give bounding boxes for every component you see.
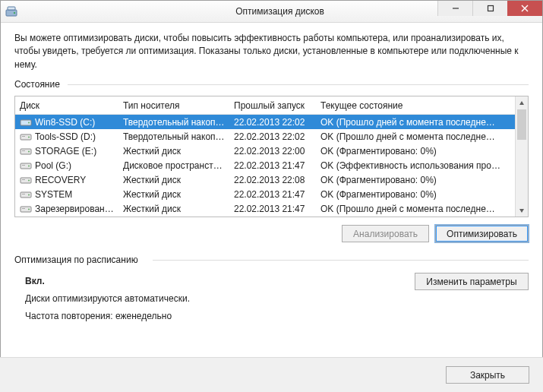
drive-icon [20,147,32,156]
minimize-button[interactable] [437,1,472,16]
drive-status: OK (Прошло дней с момента последне… [316,117,515,128]
svg-point-23 [28,194,30,195]
column-header-status[interactable]: Текущее состояние [316,100,515,111]
svg-rect-27 [22,208,25,209]
change-settings-button[interactable]: Изменить параметры [415,273,529,290]
schedule-section-label: Оптимизация по расписанию [14,254,529,265]
drive-name: RECOVERY [35,175,86,185]
window-controls [437,1,542,16]
state-section-label: Состояние [14,79,529,90]
drive-status: OK (Фрагментировано: 0%) [316,175,515,185]
svg-point-1 [14,12,15,14]
drive-icon [20,190,32,199]
column-header-disk[interactable]: Диск [15,100,118,111]
table-row[interactable]: STORAGE (E:)Жесткий диск22.02.2013 22:00… [15,144,515,158]
drive-lastrun: 22.02.2013 21:47 [229,189,316,200]
svg-rect-21 [22,179,25,180]
svg-point-20 [28,179,30,181]
list-header: Диск Тип носителя Прошлый запуск Текущее… [15,96,515,115]
optimize-button[interactable]: Оптимизировать [435,225,529,242]
drive-lastrun: 22.02.2013 22:02 [229,117,316,128]
drive-name: Зарезервирован… [35,204,114,214]
svg-rect-9 [22,122,25,122]
scroll-thumb[interactable] [517,109,526,140]
drive-name: Win8-SSD (C:) [35,117,95,128]
drive-lastrun: 22.02.2013 21:47 [229,204,316,214]
drive-media: Твердотельный накоп… [118,117,229,128]
drive-media: Жесткий диск [118,189,229,200]
svg-marker-29 [519,209,524,213]
table-row[interactable]: Win8-SSD (C:)Твердотельный накоп…22.02.2… [15,115,515,129]
svg-rect-2 [8,7,15,10]
svg-point-11 [28,136,30,138]
drive-icon [20,204,32,213]
schedule-auto-text: Диски оптимизируются автоматически. [25,290,190,308]
drive-icon [20,175,32,185]
svg-point-17 [28,165,30,166]
footer: Закрыть [0,357,543,392]
schedule-on-label: Вкл. [25,273,190,290]
drive-name: SYSTEM [35,189,72,200]
drive-status: OK (Прошло дней с момента последне… [316,131,515,142]
action-buttons: Анализировать Оптимизировать [14,225,529,242]
svg-point-26 [28,208,30,210]
drive-media: Жесткий диск [118,146,229,156]
drive-status: OK (Фрагментировано: 0%) [316,189,515,200]
column-header-lastrun[interactable]: Прошлый запуск [229,100,316,111]
drive-status: OK (Фрагментировано: 0%) [316,146,515,156]
svg-rect-24 [22,194,25,194]
scrollbar[interactable] [515,96,528,217]
svg-rect-18 [22,165,25,166]
app-icon [5,5,17,17]
table-row[interactable]: Зарезервирован…Жесткий диск22.02.2013 21… [15,201,515,216]
svg-point-8 [28,122,30,123]
drive-name: STORAGE (E:) [35,146,96,156]
schedule-section: Оптимизация по расписанию Вкл. Диски опт… [14,254,529,324]
titlebar: Оптимизация дисков [1,1,542,23]
drive-lastrun: 22.02.2013 22:08 [229,175,316,185]
drive-status: OK (Эффективность использования про… [316,160,515,171]
column-header-media[interactable]: Тип носителя [118,100,229,111]
table-row[interactable]: SYSTEMЖесткий диск22.02.2013 21:47OK (Фр… [15,187,515,201]
schedule-freq-text: Частота повторения: еженедельно [25,308,190,325]
drive-lastrun: 22.02.2013 22:02 [229,131,316,142]
drive-status: OK (Прошло дней с момента последне… [316,204,515,214]
svg-rect-4 [488,6,493,11]
svg-point-14 [28,150,30,152]
drive-media: Жесткий диск [118,204,229,214]
description-text: Вы можете оптимизировать диски, чтобы по… [14,32,529,71]
drive-name: Tools-SSD (D:) [35,131,96,142]
content-area: Вы можете оптимизировать диски, чтобы по… [1,23,542,325]
maximize-button[interactable] [472,1,507,16]
close-button[interactable] [507,1,542,16]
close-dialog-button[interactable]: Закрыть [446,366,529,384]
table-row[interactable]: Pool (G:)Дисковое пространств…22.02.2013… [15,158,515,172]
svg-marker-28 [519,101,524,105]
scroll-down-icon[interactable] [516,204,528,217]
scroll-up-icon[interactable] [516,96,528,109]
drive-media: Дисковое пространств… [118,160,229,171]
drive-media: Твердотельный накоп… [118,131,229,142]
drive-icon [20,161,32,170]
analyze-button[interactable]: Анализировать [342,225,429,242]
drive-media: Жесткий диск [118,175,229,185]
drive-lastrun: 22.02.2013 22:00 [229,146,316,156]
svg-rect-15 [22,150,25,151]
drive-name: Pool (G:) [35,160,71,171]
drive-lastrun: 22.02.2013 21:47 [229,160,316,171]
drives-list: Диск Тип носителя Прошлый запуск Текущее… [14,96,529,217]
table-row[interactable]: RECOVERYЖесткий диск22.02.2013 22:08OK (… [15,172,515,187]
drive-icon [20,118,32,127]
svg-rect-12 [22,136,25,137]
table-row[interactable]: Tools-SSD (D:)Твердотельный накоп…22.02.… [15,129,515,144]
drive-icon [20,132,32,141]
